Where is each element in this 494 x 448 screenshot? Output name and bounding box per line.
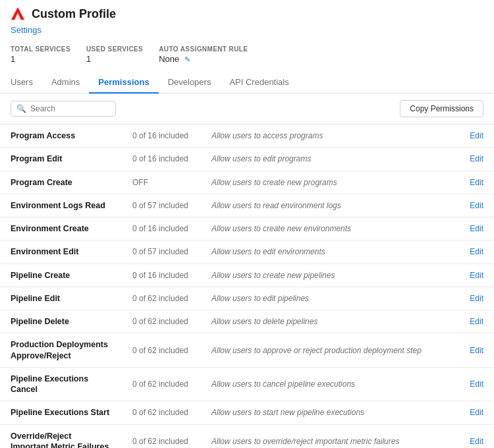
permission-edit-button[interactable]: Edit [459,401,494,424]
total-services-stat: TOTAL SERVICES 1 [11,45,70,64]
auto-assignment-stat: AUTO ASSIGNMENT RULE None ✎ [159,45,248,64]
table-row: Program Access 0 of 16 included Allow us… [0,125,494,148]
permission-count: 0 of 62 included [122,287,201,310]
permission-description: Allow users to cancel pipeline execution… [201,367,459,401]
tabs-container: Users Admins Permissions Developers API … [0,72,494,94]
permission-name: Environment Create [0,217,122,240]
permission-description: Allow users to read environment logs [201,194,459,217]
table-row: Environment Logs Read 0 of 57 included A… [0,194,494,217]
page-header: Custom Profile [0,0,494,25]
search-box: 🔍 [11,101,116,117]
permission-edit-button[interactable]: Edit [459,171,494,194]
tab-users[interactable]: Users [11,72,42,94]
permission-name: Override/Reject Important Metric Failure… [0,424,122,448]
permission-name: Pipeline Create [0,264,122,287]
permission-edit-button[interactable]: Edit [459,240,494,264]
auto-assignment-value: None ✎ [159,54,248,64]
permission-edit-button[interactable]: Edit [459,367,494,401]
table-row: Production Deployments Approve/Reject 0 … [0,333,494,368]
permission-count: 0 of 16 included [122,264,201,287]
table-row: Pipeline Executions Start 0 of 62 includ… [0,401,494,424]
permission-description: Allow users to edit programs [201,148,459,171]
permission-description: Allow users to create new programs [201,171,459,194]
permission-count: 0 of 57 included [122,194,201,217]
used-services-stat: USED SERVICES 1 [86,45,143,64]
permission-description: Allow users to delete pipelines [201,310,459,333]
table-row: Pipeline Executions Cancel 0 of 62 inclu… [0,367,494,401]
permission-description: Allow users to create new environments [201,217,459,240]
permission-name: Pipeline Edit [0,287,122,310]
page-title: Custom Profile [32,7,116,21]
permission-edit-button[interactable]: Edit [459,148,494,171]
search-icon: 🔍 [16,104,26,113]
permission-description: Allow users to edit pipelines [201,287,459,310]
table-row: Program Create OFF Allow users to create… [0,171,494,194]
permission-description: Allow users to access programs [201,125,459,148]
permission-name: Pipeline Executions Start [0,401,122,424]
table-row: Override/Reject Important Metric Failure… [0,424,494,448]
permission-count: 0 of 62 included [122,367,201,401]
permission-edit-button[interactable]: Edit [459,424,494,448]
permission-name: Pipeline Delete [0,310,122,333]
permission-edit-button[interactable]: Edit [459,194,494,217]
permission-count: 0 of 62 included [122,310,201,333]
permission-count: 0 of 62 included [122,424,201,448]
permission-name: Environment Edit [0,240,122,264]
permission-edit-button[interactable]: Edit [459,287,494,310]
tab-admins[interactable]: Admins [42,72,89,94]
permission-name: Program Edit [0,148,122,171]
tab-api-credentials[interactable]: API Credentials [220,72,298,94]
permission-count: 0 of 62 included [122,401,201,424]
permission-edit-button[interactable]: Edit [459,125,494,148]
permission-count: 0 of 16 included [122,217,201,240]
table-row: Program Edit 0 of 16 included Allow user… [0,148,494,171]
permission-description: Allow users to approve or reject product… [201,333,459,368]
tab-developers[interactable]: Developers [159,72,221,94]
permission-description: Allow users to edit environments [201,240,459,264]
settings-link[interactable]: Settings [11,25,41,35]
permission-count: OFF [122,171,201,194]
permission-edit-button[interactable]: Edit [459,264,494,287]
copy-permissions-button[interactable]: Copy Permissions [400,100,483,117]
table-row: Pipeline Edit 0 of 62 included Allow use… [0,287,494,310]
total-services-value: 1 [11,54,70,64]
permission-name: Environment Logs Read [0,194,122,217]
used-services-label: USED SERVICES [86,45,143,53]
table-row: Environment Create 0 of 16 included Allo… [0,217,494,240]
permission-name: Program Access [0,125,122,148]
permission-edit-button[interactable]: Edit [459,310,494,333]
tab-permissions[interactable]: Permissions [89,72,158,94]
table-row: Environment Edit 0 of 57 included Allow … [0,240,494,264]
table-row: Pipeline Delete 0 of 62 included Allow u… [0,310,494,333]
permission-count: 0 of 62 included [122,333,201,368]
total-services-label: TOTAL SERVICES [11,45,70,53]
permission-name: Production Deployments Approve/Reject [0,333,122,368]
permission-name: Program Create [0,171,122,194]
permission-edit-button[interactable]: Edit [459,333,494,368]
permission-description: Allow users to create new pipelines [201,264,459,287]
permissions-table: Program Access 0 of 16 included Allow us… [0,125,494,448]
search-input[interactable] [30,104,110,113]
permission-description: Allow users to override/reject important… [201,424,459,448]
stats-bar: TOTAL SERVICES 1 USED SERVICES 1 AUTO AS… [0,40,494,69]
edit-assignment-icon[interactable]: ✎ [184,55,190,63]
toolbar: 🔍 Copy Permissions [0,94,494,125]
table-row: Pipeline Create 0 of 16 included Allow u… [0,264,494,287]
permission-count: 0 of 16 included [122,148,201,171]
permission-count: 0 of 16 included [122,125,201,148]
adobe-logo-icon [11,7,25,21]
used-services-value: 1 [86,54,143,64]
permission-description: Allow users to start new pipeline execut… [201,401,459,424]
permission-name: Pipeline Executions Cancel [0,367,122,401]
permission-edit-button[interactable]: Edit [459,217,494,240]
permission-count: 0 of 57 included [122,240,201,264]
auto-assignment-label: AUTO ASSIGNMENT RULE [159,45,248,53]
settings-link-container: Settings [0,25,494,40]
